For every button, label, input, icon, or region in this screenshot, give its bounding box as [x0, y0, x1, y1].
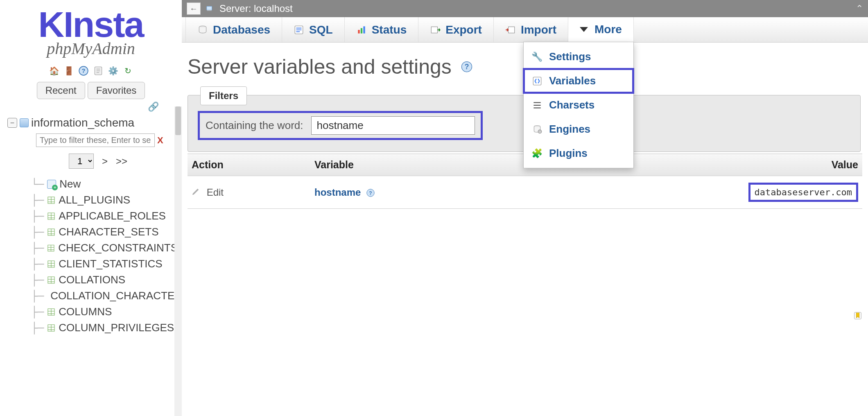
svg-rect-15 [207, 7, 212, 10]
top-nav: Databases SQL Status Export Import More … [182, 17, 868, 43]
tree-item[interactable]: ├─ CHARACTER_SETS [31, 226, 178, 238]
tree-page-last[interactable]: >> [116, 156, 127, 167]
tree-page-next[interactable]: > [102, 156, 108, 167]
gear-icon[interactable]: ⚙️ [108, 66, 118, 76]
server-icon [206, 4, 215, 13]
table-icon [47, 244, 55, 252]
nav-label: Export [445, 23, 482, 36]
svg-rect-17 [207, 10, 212, 11]
nav-export[interactable]: Export [418, 17, 494, 42]
export-icon [430, 25, 441, 35]
tree-pipe: └─ [31, 178, 44, 190]
tree-filter-row: X [36, 133, 178, 147]
table-row: Edit hostname ? databaseserver.com [188, 176, 862, 209]
dd-variables[interactable]: Variables [524, 69, 633, 93]
svg-rect-20 [358, 30, 359, 34]
table-icon [47, 212, 55, 220]
dd-label: Engines [549, 123, 590, 136]
dd-settings[interactable]: 🔧 Settings [524, 45, 633, 69]
tree-toggle-icon[interactable]: − [7, 118, 17, 128]
tree-pipe: ├─ [31, 226, 44, 238]
reload-icon[interactable]: ↻ [122, 66, 133, 76]
tree-item[interactable]: ├─ COLUMNS [31, 305, 178, 318]
filter-input[interactable] [311, 116, 475, 135]
engines-icon [532, 124, 542, 135]
home-icon[interactable]: 🏠 [49, 66, 59, 76]
tree-table-label: COLUMN_PRIVILEGES [59, 321, 174, 334]
tree-table-label: ALL_PLUGINS [59, 194, 130, 206]
databases-icon [197, 25, 208, 35]
scrollbar-thumb[interactable] [175, 106, 181, 135]
tree-pipe: ├─ [31, 322, 44, 334]
cell-value: databaseserver.com [739, 176, 862, 209]
tree-table-label: CLIENT_STATISTICS [59, 258, 162, 270]
tree-new-label: New [59, 178, 81, 190]
tree-root-db[interactable]: − information_schema [7, 116, 178, 129]
value-highlight: databaseserver.com [748, 183, 858, 202]
page-title-text: Server variables and settings [188, 55, 452, 79]
tree-item[interactable]: ├─ CHECK_CONSTRAINTS [31, 242, 178, 254]
th-value: Value [739, 154, 862, 176]
dd-engines[interactable]: Engines [524, 117, 633, 141]
breadcrumb-text[interactable]: Server: localhost [219, 3, 293, 14]
help-icon[interactable]: ? [78, 66, 89, 76]
dd-label: Variables [549, 75, 596, 87]
tree-item-new[interactable]: └─ New [31, 178, 178, 190]
tree-table-label: CHARACTER_SETS [59, 226, 158, 238]
more-caret-icon [580, 27, 588, 32]
filter-control: Containing the word: [198, 111, 483, 140]
dd-charsets[interactable]: Charsets [524, 93, 633, 117]
tree-table-label: APPLICABLE_ROLES [59, 210, 166, 222]
docs-icon[interactable] [93, 66, 104, 76]
product-logo: phpMyAdmin [47, 39, 135, 58]
tree-pipe: ├─ [31, 274, 44, 286]
tree-page-select[interactable]: 1 [69, 154, 94, 169]
nav-import[interactable]: Import [493, 17, 568, 42]
tree-item[interactable]: ├─ CLIENT_STATISTICS [31, 258, 178, 270]
nav-sql[interactable]: SQL [282, 17, 345, 42]
svg-point-27 [538, 130, 542, 133]
back-button[interactable]: ← [187, 2, 201, 15]
sql-icon [294, 25, 304, 35]
cell-action[interactable]: Edit [188, 176, 310, 209]
cell-variable: hostname ? [310, 176, 739, 209]
tree-table-label: COLLATION_CHARACTER_ [50, 289, 182, 302]
tree-table-label: COLLATIONS [59, 274, 125, 286]
help-icon[interactable]: ? [366, 188, 375, 197]
tree-filter-clear[interactable]: X [157, 135, 163, 146]
nav-more[interactable]: More 🔧 Settings Variables Charsets Engin… [568, 17, 634, 43]
tree-filter-input[interactable] [36, 133, 155, 147]
nav-label: Databases [213, 23, 270, 36]
tree-table-label: COLUMNS [59, 305, 112, 318]
tree-pipe: ├─ [31, 306, 44, 318]
bookmark-icon[interactable] [853, 311, 862, 320]
variable-link[interactable]: hostname [314, 187, 361, 198]
svg-rect-24 [509, 27, 515, 33]
more-dropdown: 🔧 Settings Variables Charsets Engines 🧩 [523, 42, 634, 168]
wrench-icon: 🔧 [532, 52, 542, 62]
tree-item[interactable]: ├─ APPLICABLE_ROLES [31, 210, 178, 222]
nav-status[interactable]: Status [344, 17, 419, 42]
tree-item[interactable]: ├─ ALL_PLUGINS [31, 194, 178, 206]
sidebar-tab-row: Recent Favorites [37, 82, 145, 99]
tree-pipe: ├─ [31, 290, 44, 302]
sidebar-scrollbar[interactable] [174, 106, 182, 416]
panel-collapse-icon[interactable]: ⌃ [856, 3, 863, 14]
svg-rect-25 [533, 77, 541, 85]
logout-icon[interactable]: 🚪 [63, 66, 74, 76]
dd-plugins[interactable]: 🧩 Plugins [524, 141, 633, 165]
dd-label: Charsets [549, 99, 594, 111]
db-tree: − information_schema X 1 > >> └─ New ├─ … [0, 116, 182, 334]
tab-recent[interactable]: Recent [37, 82, 85, 99]
nav-databases[interactable]: Databases [185, 17, 282, 42]
tree-item[interactable]: ├─ COLLATIONS [31, 274, 178, 286]
help-icon[interactable]: ? [461, 61, 473, 73]
tree-pipe: ├─ [31, 194, 44, 206]
tree-db-name: information_schema [31, 116, 134, 129]
svg-text:?: ? [81, 68, 85, 75]
tab-favorites[interactable]: Favorites [88, 82, 145, 99]
tree-pipe: ├─ [31, 258, 44, 270]
tree-item[interactable]: ├─ COLLATION_CHARACTER_ [31, 289, 178, 302]
nav-label: Status [372, 23, 407, 36]
tree-item[interactable]: ├─ COLUMN_PRIVILEGES [31, 321, 178, 334]
